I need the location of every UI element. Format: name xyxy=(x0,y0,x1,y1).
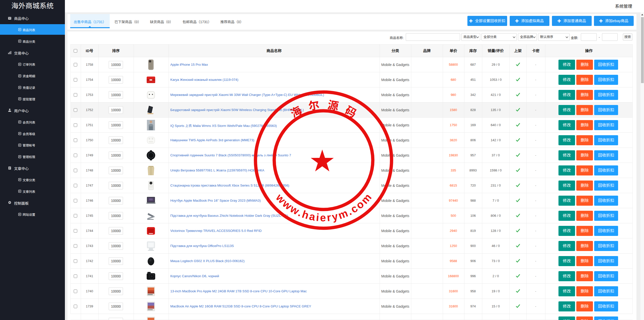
svg-text:尔: 尔 xyxy=(307,96,320,113)
svg-text:源: 源 xyxy=(327,96,340,113)
